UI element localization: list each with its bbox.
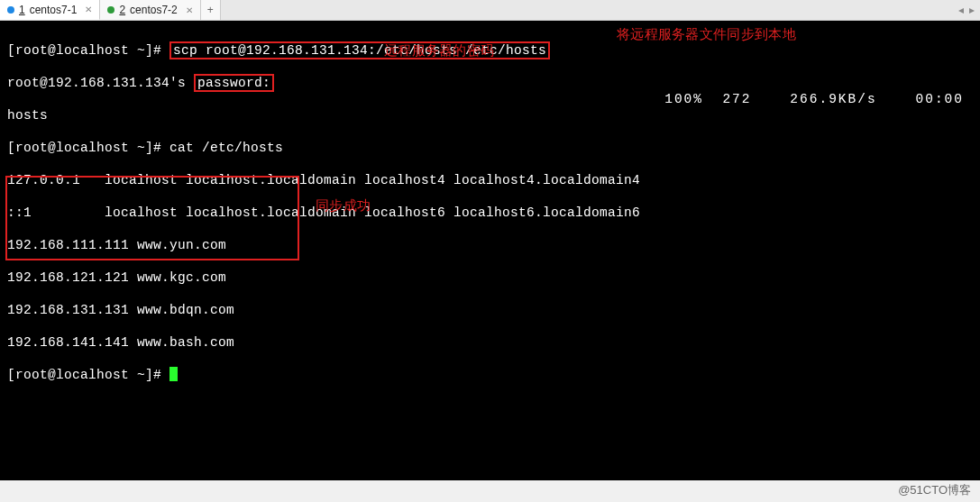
cat-command: cat /etc/hosts (169, 141, 283, 155)
tab-centos7-2[interactable]: 2 centos7-2 ✕ (100, 0, 200, 20)
host-entry: 192.168.111.111 www.yun.com (7, 237, 973, 253)
stat-time: 00:00 (915, 92, 964, 106)
host-entry: 192.168.121.121 www.kgc.com (7, 269, 973, 286)
annotation-password: 远程服务器的密码 (384, 42, 494, 59)
cmd-line-idle: [root@localhost ~]# (7, 367, 973, 383)
tab-label: centos7-1 (30, 4, 78, 16)
tab-number: 2 (119, 4, 125, 16)
cursor-block (169, 367, 178, 381)
tab-prev-icon[interactable]: ◂ (958, 4, 964, 16)
tab-nav: ◂ ▸ (953, 0, 980, 20)
tab-label: centos7-2 (130, 4, 178, 16)
tab-centos7-1[interactable]: 1 centos7-1 ✕ (0, 0, 100, 20)
host-entry: 192.168.141.141 www.bash.com (7, 334, 973, 351)
terminal-output[interactable]: [root@localhost ~]# scp root@192.168.131… (0, 21, 980, 480)
transfer-stats: 100% 272 266.9KB/s 00:00 (626, 75, 964, 123)
stat-speed: 266.9KB/s (790, 92, 876, 106)
shell-prompt: [root@localhost ~]# (7, 368, 161, 382)
close-icon[interactable]: ✕ (186, 5, 193, 15)
shell-prompt: [root@localhost ~]# (7, 141, 161, 155)
close-icon[interactable]: ✕ (85, 5, 92, 14)
tab-number: 1 (19, 4, 25, 16)
cat-output-1: 127.0.0.1 localhost localhost.localdomai… (7, 172, 973, 188)
annotation-success: 同步成功 (316, 197, 371, 214)
shell-prompt: [root@localhost ~]# (7, 43, 161, 58)
password-prefix: root@192.168.131.134's (7, 76, 194, 90)
tab-next-icon[interactable]: ▸ (969, 4, 975, 16)
stat-bytes: 272 (722, 92, 751, 106)
host-entry: 192.168.131.131 www.bdqn.com (7, 302, 973, 318)
status-dot-icon (107, 6, 114, 14)
password-box: password: (194, 74, 274, 92)
watermark: @51CTO博客 (898, 482, 971, 498)
status-dot-icon (7, 6, 14, 14)
stat-percent: 100% (664, 92, 703, 106)
annotation-scp: 将远程服务器文件同步到本地 (617, 26, 796, 42)
tab-bar: 1 centos7-1 ✕ 2 centos7-2 ✕ + ◂ ▸ (0, 0, 980, 21)
cat-output-2: ::1 localhost localhost.localdomain loca… (7, 205, 973, 221)
cmd-line-cat: [root@localhost ~]# cat /etc/hosts (7, 140, 973, 156)
add-tab-button[interactable]: + (201, 0, 221, 20)
